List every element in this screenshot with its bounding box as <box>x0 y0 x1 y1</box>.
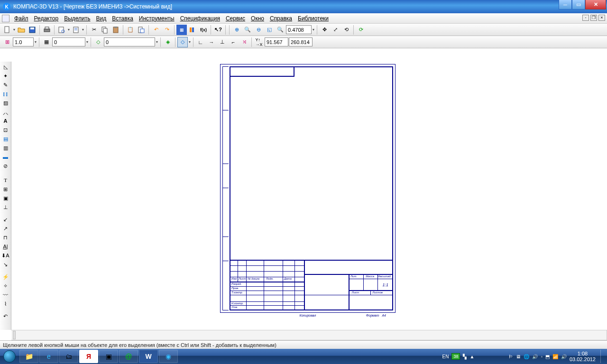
table2-tool[interactable]: ⊞ <box>1 185 10 193</box>
step-dropdown[interactable]: ▼ <box>86 40 89 44</box>
variables-button[interactable]: f(x) <box>198 25 209 35</box>
mdi-restore-button[interactable]: ❐ <box>590 15 597 21</box>
symbol-tool[interactable]: ⊘ <box>1 162 10 170</box>
properties-dropdown[interactable]: ▼ <box>82 28 84 31</box>
ortho-button[interactable]: ◇ <box>177 37 188 47</box>
base-tool[interactable]: ⊥ <box>1 203 10 211</box>
break-tool[interactable]: ⌇ <box>1 300 10 308</box>
zoom-window-button[interactable]: 🔍 <box>242 25 253 35</box>
view-tool[interactable]: ▬ <box>1 153 10 161</box>
layer-input[interactable] <box>104 37 155 46</box>
coord-x-input[interactable] <box>265 37 288 46</box>
paste-button[interactable] <box>110 25 121 35</box>
tray-lang[interactable]: EN <box>442 354 449 359</box>
tray-flag-icon[interactable]: ▚ <box>463 354 467 359</box>
start-button[interactable] <box>0 349 19 364</box>
dimension-tool[interactable]: ⫿⫿ <box>1 90 10 98</box>
leader-tool[interactable]: ↙ <box>1 215 10 224</box>
copy-button[interactable] <box>100 25 110 35</box>
open-button[interactable] <box>16 25 27 35</box>
text-label-tool[interactable]: T <box>1 176 10 184</box>
tolerance-tool[interactable]: А| <box>1 242 10 251</box>
coord-y-input[interactable] <box>289 37 313 46</box>
section-tool[interactable]: ⊓ <box>1 233 10 242</box>
construct-tool[interactable]: ⊡ <box>1 126 10 134</box>
zoom-dropdown[interactable]: ▼ <box>312 28 315 31</box>
save-button[interactable] <box>27 25 37 35</box>
menu-view[interactable]: Вид <box>93 14 110 23</box>
reset-tool[interactable]: ↶ <box>1 312 10 320</box>
new-dropdown[interactable]: ▼ <box>13 28 16 31</box>
snap-toggle-button[interactable]: ⤭ <box>239 37 249 47</box>
bom-tool[interactable]: ▥ <box>1 144 10 152</box>
pan-button[interactable]: ✥ <box>319 25 330 35</box>
weld-tool[interactable]: ↘ <box>1 260 10 269</box>
menu-libs[interactable]: Библиотеки <box>295 14 331 23</box>
menu-service[interactable]: Сервис <box>223 14 248 23</box>
preview-dropdown[interactable]: ▼ <box>67 28 70 31</box>
task-word[interactable]: W <box>139 350 158 363</box>
roughness-tool[interactable]: ▣ <box>1 194 10 202</box>
help-cursor-button[interactable]: ↖? <box>213 25 223 35</box>
tray-icon-3[interactable]: 🌐 <box>524 354 529 359</box>
step-input[interactable] <box>52 37 85 46</box>
tray-network-icon[interactable]: 📶 <box>552 354 558 359</box>
task-mail[interactable]: @ <box>119 350 138 363</box>
hatch-tool[interactable]: ▨ <box>1 99 10 107</box>
new-button[interactable] <box>2 25 12 35</box>
document-icon[interactable] <box>2 15 9 22</box>
tray-icon-1[interactable]: 🏳 <box>508 354 513 359</box>
snap-mid-button[interactable]: → <box>206 37 217 47</box>
property-panel[interactable] <box>11 330 607 340</box>
manager-button[interactable]: ▦ <box>176 25 187 35</box>
task-kompas[interactable]: ◉ <box>159 350 178 363</box>
edit-tool[interactable]: ✎ <box>1 81 10 89</box>
property-handle[interactable] <box>13 331 16 339</box>
tray-icon-4[interactable]: 🔊 <box>532 354 538 359</box>
task-folder[interactable]: 🗂 <box>59 350 78 363</box>
text-tool[interactable]: А <box>1 117 10 125</box>
maximize-button[interactable]: ▭ <box>572 0 585 9</box>
line-width-dropdown[interactable]: ▼ <box>34 40 37 44</box>
centerline-tool[interactable]: ⚡ <box>1 273 10 281</box>
tray-clock[interactable]: 1:08 03.02.2012 <box>570 351 596 362</box>
layer-manager-button[interactable]: ◈ <box>163 37 173 47</box>
geometry-tool[interactable]: ◺ <box>1 63 10 71</box>
close-button[interactable]: ✕ <box>585 0 606 9</box>
tray-arrow-icon[interactable]: ▲ <box>469 354 474 359</box>
canvas[interactable]: Изм Лист № докум. Подп. Дата Разраб. Про… <box>11 62 607 330</box>
print-button[interactable] <box>42 25 52 35</box>
menu-insert[interactable]: Вставка <box>109 14 136 23</box>
menu-editor[interactable]: Редактор <box>31 14 62 23</box>
tray-volume-icon[interactable]: 🔊 <box>561 354 567 359</box>
layer-dropdown[interactable]: ▼ <box>156 40 158 44</box>
menu-spec[interactable]: Спецификация <box>177 14 223 23</box>
menu-file[interactable]: Файл <box>11 14 31 23</box>
zoom-prev-button[interactable]: ⊖ <box>253 25 264 35</box>
datum-tool[interactable]: ⬇A <box>1 251 10 260</box>
trim-tool[interactable]: ⸝⸜ <box>1 108 10 116</box>
line-width-input[interactable] <box>13 37 34 46</box>
copy-props-button[interactable]: 📋 <box>125 25 136 35</box>
format-painter-button[interactable] <box>136 25 147 35</box>
snap-grid-button[interactable]: ⊞ <box>2 37 12 47</box>
task-ie[interactable]: e <box>39 350 58 363</box>
axis-tool[interactable]: ✧ <box>1 282 10 290</box>
menu-help[interactable]: Справка <box>267 14 295 23</box>
libraries-button[interactable] <box>187 25 198 35</box>
wave-tool[interactable]: 〰 <box>1 291 10 299</box>
redraw-button[interactable]: ⟳ <box>356 25 366 35</box>
preview-button[interactable] <box>56 25 67 35</box>
point-tool[interactable]: ✦ <box>1 72 10 80</box>
redo-button[interactable]: ↷ <box>162 25 172 35</box>
tray-icon-5[interactable]: ▫ <box>541 354 543 359</box>
orbit-button[interactable]: ⟲ <box>341 25 351 35</box>
snap-tan-button[interactable]: ⌐ <box>228 37 239 47</box>
zoom-realtime-button[interactable]: ⤢ <box>330 25 340 35</box>
task-yandex[interactable]: Я <box>79 350 98 363</box>
menu-select[interactable]: Выделить <box>61 14 93 23</box>
menu-window[interactable]: Окно <box>248 14 267 23</box>
mdi-close-button[interactable]: × <box>598 15 605 21</box>
tray-icon-2[interactable]: 🖥 <box>516 354 521 359</box>
zoom-fit-button[interactable]: ◱ <box>264 25 275 35</box>
